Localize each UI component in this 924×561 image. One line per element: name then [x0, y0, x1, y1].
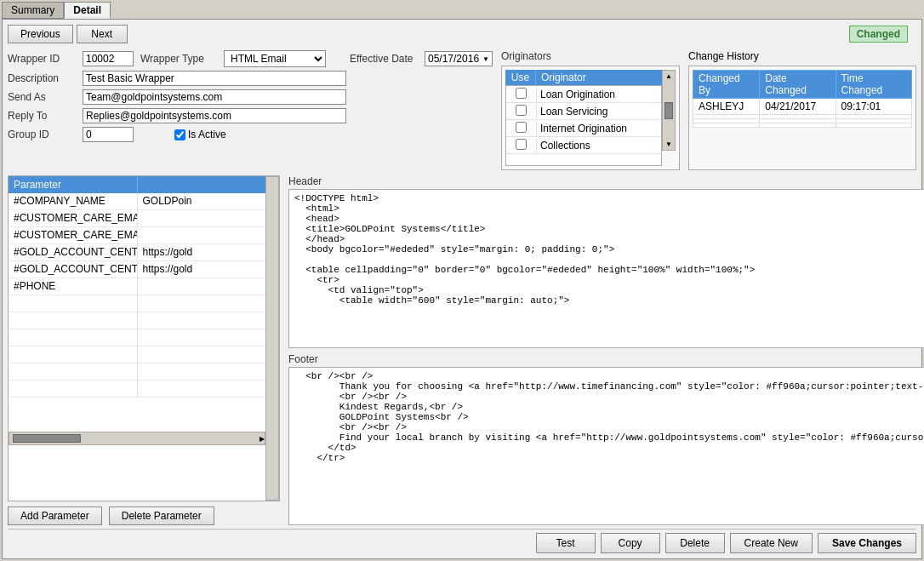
param-table-inner: Parameter #COMPANY_NAMEGOLDPoin#CUSTOMER…	[9, 176, 279, 501]
originator-name-2: Internet Origination	[537, 123, 661, 135]
originator-use-checkbox-2[interactable]	[516, 122, 527, 133]
originator-use-checkbox-1[interactable]	[516, 105, 527, 116]
wrapper-id-row: Wrapper ID Wrapper Type HTML Email Effec…	[8, 50, 493, 67]
create-new-button[interactable]: Create New	[730, 533, 813, 553]
send-as-label: Send As	[8, 91, 76, 103]
originator-table: Use Originator Loan Origination Loan Ser…	[505, 70, 676, 166]
change-history-section: Change History Changed By Date Changed T…	[688, 50, 916, 170]
table-row	[693, 123, 911, 128]
footer-code-wrap: <br /><br /> Thank you for choosing <a h…	[288, 367, 924, 526]
toolbar: Previous Next Changed	[8, 25, 916, 43]
footer-section: Footer <br /><br /> Thank you for choosi…	[288, 353, 924, 526]
description-label: Description	[8, 72, 76, 84]
left-form: Wrapper ID Wrapper Type HTML Email Effec…	[8, 50, 493, 170]
is-active-wrap: Is Active	[174, 129, 226, 140]
add-parameter-button[interactable]: Add Parameter	[8, 507, 102, 525]
param-buttons: Add Parameter Delete Parameter	[8, 507, 280, 525]
param-panel: Parameter #COMPANY_NAMEGOLDPoin#CUSTOMER…	[8, 175, 280, 525]
chevron-down-icon: ▼	[482, 55, 489, 63]
footer-label: Footer	[288, 353, 924, 365]
param-header: Parameter	[9, 176, 265, 193]
wrapper-type-select[interactable]: HTML Email	[224, 50, 326, 67]
table-row: #PHONE	[9, 278, 265, 295]
delete-button[interactable]: Delete	[665, 533, 725, 553]
col-time-changed: Time Changed	[836, 71, 911, 99]
reply-to-row: Reply To	[8, 108, 493, 123]
header-code-area[interactable]: <!DOCTYPE html> <html> <head> <title>GOL…	[288, 189, 924, 348]
wrapper-id-label: Wrapper ID	[8, 53, 76, 65]
changed-badge: Changed	[849, 26, 908, 43]
list-item: Internet Origination	[506, 120, 661, 137]
table-row	[9, 295, 265, 312]
param-table-flex: Parameter #COMPANY_NAMEGOLDPoin#CUSTOMER…	[9, 176, 265, 501]
originator-use-checkbox-3[interactable]	[516, 139, 527, 150]
save-changes-button[interactable]: Save Changes	[818, 533, 916, 553]
group-id-label: Group ID	[8, 129, 76, 140]
footer-bar: Test Copy Delete Create New Save Changes	[8, 529, 916, 553]
originator-name-3: Collections	[537, 140, 661, 152]
list-item: Loan Origination	[506, 86, 661, 103]
scroll-thumb[interactable]	[664, 102, 673, 119]
table-row: ASHLEYJ04/21/201709:17:01	[693, 99, 911, 115]
param-col-header: Parameter	[9, 176, 138, 193]
header-label: Header	[288, 175, 924, 187]
param-val-header	[138, 176, 266, 193]
param-vscrollbar[interactable]	[265, 176, 279, 501]
originator-col-name: Originator	[536, 70, 662, 85]
main-panel: Previous Next Changed Wrapper ID Wrapper…	[2, 19, 922, 559]
test-button[interactable]: Test	[536, 533, 596, 553]
originator-list-wrap: Use Originator Loan Origination Loan Ser…	[505, 70, 662, 166]
param-hscroll[interactable]: ▶	[9, 432, 265, 445]
table-row: #COMPANY_NAMEGOLDPoin	[9, 193, 265, 210]
scroll-up-arrow[interactable]: ▲	[664, 71, 674, 82]
wrapper-type-label: Wrapper Type	[140, 53, 217, 65]
param-table-wrap: Parameter #COMPANY_NAMEGOLDPoin#CUSTOMER…	[8, 175, 280, 501]
previous-button[interactable]: Previous	[8, 25, 73, 43]
table-row: #GOLD_ACCOUNT_CENTERhttps://gold	[9, 244, 265, 261]
top-section: Wrapper ID Wrapper Type HTML Email Effec…	[8, 50, 916, 170]
next-button[interactable]: Next	[77, 25, 128, 43]
originator-name-0: Loan Origination	[537, 89, 661, 100]
reply-to-input[interactable]	[83, 108, 346, 123]
table-row	[9, 329, 265, 346]
originators-title: Originators	[501, 50, 680, 62]
copy-button[interactable]: Copy	[601, 533, 660, 553]
middle-section: Parameter #COMPANY_NAMEGOLDPoin#CUSTOMER…	[8, 175, 916, 525]
hscroll-thumb[interactable]	[13, 434, 81, 443]
originator-use-checkbox-0[interactable]	[516, 88, 527, 99]
effective-date-label: Effective Date	[350, 53, 418, 65]
description-input[interactable]	[83, 71, 346, 86]
right-panel: Header <!DOCTYPE html> <html> <head> <ti…	[288, 175, 924, 525]
wrapper-id-input[interactable]	[83, 51, 134, 66]
table-row: #CUSTOMER_CARE_EMAIL_TEXT	[9, 227, 265, 244]
send-as-row: Send As	[8, 89, 493, 105]
description-row: Description	[8, 71, 493, 86]
table-row	[9, 364, 265, 381]
delete-parameter-button[interactable]: Delete Parameter	[109, 507, 214, 525]
table-row	[9, 381, 265, 398]
originator-scrollbar[interactable]: ▲ ▼	[662, 70, 676, 151]
group-id-input[interactable]	[83, 127, 134, 142]
col-changed-by: Changed By	[693, 71, 759, 99]
change-history-box: Changed By Date Changed Time Changed ASH…	[688, 66, 916, 170]
reply-to-label: Reply To	[8, 110, 76, 122]
header-section: Header <!DOCTYPE html> <html> <head> <ti…	[288, 175, 924, 348]
change-history-title: Change History	[688, 50, 916, 62]
table-row: #CUSTOMER_CARE_EMAIL	[9, 210, 265, 227]
is-active-label: Is Active	[188, 129, 226, 140]
originator-name-1: Loan Servicing	[537, 106, 661, 117]
tab-detail[interactable]: Detail	[64, 2, 111, 19]
table-row	[9, 346, 265, 364]
originators-section: Originators Use Originator Loan Originat…	[501, 50, 680, 170]
originator-list: Loan Origination Loan Servicing Internet…	[505, 85, 662, 166]
effective-date-dropdown[interactable]: 05/17/2016 ▼	[425, 51, 493, 66]
is-active-checkbox[interactable]	[174, 129, 185, 140]
originators-box: Use Originator Loan Origination Loan Ser…	[501, 66, 680, 170]
send-as-input[interactable]	[83, 89, 346, 105]
scroll-down-arrow[interactable]: ▼	[664, 139, 674, 150]
tab-summary[interactable]: Summary	[2, 2, 64, 19]
list-item: Collections	[506, 137, 661, 154]
footer-code-area[interactable]: <br /><br /> Thank you for choosing <a h…	[288, 367, 924, 526]
right-arrow-icon[interactable]: ▶	[260, 435, 265, 443]
col-date-changed: Date Changed	[760, 71, 836, 99]
